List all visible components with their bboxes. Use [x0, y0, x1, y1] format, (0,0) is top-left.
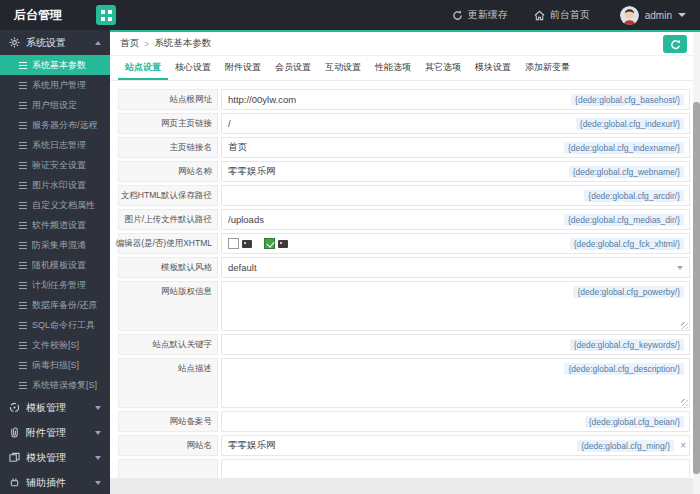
sidebar-item-random-template[interactable]: 随机模板设置	[0, 255, 110, 275]
field-label: 编辑器(是/否)使用XHTML	[118, 233, 218, 254]
user-menu[interactable]: admin	[620, 6, 686, 25]
sidebar-item-label: SQL命令行工具	[32, 319, 95, 332]
form-row-description: 站点描述 {dede:global.cfg_description/}	[118, 358, 690, 408]
resize-handle[interactable]	[681, 322, 688, 329]
selected-style-value: default	[228, 262, 257, 273]
sidebar-group-attachment-mgmt[interactable]: 附件管理	[0, 420, 110, 445]
sidebar-group-system-settings[interactable]: 系统设置	[0, 30, 110, 55]
tab-performance-options[interactable]: 性能选项	[368, 56, 418, 80]
sidebar-item-anti-collection[interactable]: 防采集串混淆	[0, 235, 110, 255]
reload-icon	[670, 39, 681, 50]
sidebar-item-label: 系统错误修复[S]	[32, 379, 97, 392]
field-label: 站点根网址	[118, 89, 218, 110]
remove-variable-icon[interactable]: ×	[680, 441, 686, 451]
field-label: 图片/上传文件默认路径	[118, 209, 218, 230]
tab-attachment-settings[interactable]: 附件设置	[218, 56, 268, 80]
vertical-scrollbar[interactable]	[693, 32, 700, 494]
list-icon	[19, 65, 27, 66]
field-label: 网站备案号	[118, 411, 218, 432]
sidebar-item-software-channel[interactable]: 软件频道设置	[0, 215, 110, 235]
list-icon	[19, 105, 27, 106]
sidebar-item-custom-doc-attrs[interactable]: 自定义文档属性	[0, 195, 110, 215]
sidebar-group-label: 模板管理	[26, 401, 66, 415]
scrollbar-thumb[interactable]	[693, 102, 700, 474]
sidebar-group-module-mgmt[interactable]: 模块管理	[0, 445, 110, 470]
sidebar-group-label: 系统设置	[26, 36, 66, 50]
sidebar-item-file-verify[interactable]: 文件校验[S]	[0, 335, 110, 355]
sidebar-item-label: 用户组设定	[32, 99, 77, 112]
sidebar-item-label: 系统基本参数	[32, 59, 86, 72]
bottom-strip	[110, 478, 700, 494]
sidebar-item-label: 系统用户管理	[32, 79, 86, 92]
tab-label: 站点设置	[125, 61, 161, 74]
sidebar-item-error-repair[interactable]: 系统错误修复[S]	[0, 375, 110, 395]
sidebar-item-system-user-mgmt[interactable]: 系统用户管理	[0, 75, 110, 95]
tab-member-settings[interactable]: 会员设置	[268, 56, 318, 80]
list-icon	[19, 365, 27, 366]
field-box: {dede:global.cfg_indexurl/}	[221, 113, 690, 134]
breadcrumb: 首页 > 系统基本参数	[110, 32, 700, 56]
template-tag-hint: {dede:global.cfg_beian/}	[585, 416, 684, 428]
list-icon	[19, 165, 27, 166]
template-tag-hint: {dede:global.cfg_keywords/}	[570, 339, 684, 351]
field-box: {dede:global.cfg_medias_dir/}	[221, 209, 690, 230]
sidebar-item-label: 系统日志管理	[32, 139, 86, 152]
sidebar-group-plugins[interactable]: 辅助插件	[0, 470, 110, 494]
list-icon	[19, 325, 27, 326]
sidebar-item-watermark[interactable]: 图片水印设置	[0, 175, 110, 195]
partial-input[interactable]	[228, 460, 683, 479]
field-box: {dede:global.cfg_fck_xhtml/}	[221, 233, 690, 254]
xhtml-no-radio[interactable]	[228, 238, 239, 249]
template-style-select[interactable]: default	[221, 257, 690, 278]
palette-icon	[9, 402, 20, 413]
list-icon	[19, 205, 27, 206]
chevron-down-icon	[677, 266, 683, 270]
tab-other-options[interactable]: 其它选项	[418, 56, 468, 80]
broken-image-icon	[242, 240, 252, 248]
refresh-page-button[interactable]	[663, 35, 687, 53]
form-row-webname: 网站名称 {dede:global.cfg_webname/}	[118, 161, 690, 182]
xhtml-yes-radio[interactable]	[264, 238, 275, 249]
tab-site-settings[interactable]: 站点设置	[118, 56, 168, 80]
field-box: {dede:global.cfg_webname/}	[221, 161, 690, 182]
list-icon	[19, 265, 27, 266]
form-row-basehost: 站点根网址 {dede:global.cfg_basehost/}	[118, 89, 690, 110]
sidebar-group-template-mgmt[interactable]: 模板管理	[0, 395, 110, 420]
template-tag-hint: {dede:global.cfg_webname/}	[569, 166, 684, 178]
list-icon	[19, 225, 27, 226]
template-tag-hint: {dede:global.cfg_description/}	[564, 363, 684, 375]
breadcrumb-home[interactable]: 首页	[120, 37, 139, 50]
sidebar-item-sql-cli[interactable]: SQL命令行工具	[0, 315, 110, 335]
tab-label: 核心设置	[175, 61, 211, 74]
list-icon	[19, 305, 27, 306]
list-icon	[19, 185, 27, 186]
header-actions: 更新缓存 前台首页 admin	[426, 6, 700, 25]
home-icon	[534, 10, 545, 21]
sidebar-item-captcha-security[interactable]: 验证安全设置	[0, 155, 110, 175]
form-row-arcdir: 文档HTML默认保存路径 {dede:global.cfg_arcdir/}	[118, 185, 690, 206]
tab-label: 添加新变量	[525, 61, 570, 74]
tab-core-settings[interactable]: 核心设置	[168, 56, 218, 80]
sidebar-item-server-remote[interactable]: 服务器分布/远程	[0, 115, 110, 135]
tab-module-settings[interactable]: 模块设置	[468, 56, 518, 80]
sidebar-item-virus-scan[interactable]: 病毒扫描[S]	[0, 355, 110, 375]
field-box: {dede:global.cfg_keywords/}	[221, 334, 690, 355]
sidebar-item-db-backup[interactable]: 数据库备份/还原	[0, 295, 110, 315]
template-tag-hint: {dede:global.cfg_arcdir/}	[584, 190, 684, 202]
logo-button[interactable]	[96, 5, 116, 25]
update-cache-button[interactable]: 更新缓存	[452, 8, 508, 22]
sidebar-item-system-logs[interactable]: 系统日志管理	[0, 135, 110, 155]
resize-handle[interactable]	[681, 399, 688, 406]
tab-interaction-settings[interactable]: 互动设置	[318, 56, 368, 80]
chevron-down-icon	[95, 481, 101, 485]
front-home-button[interactable]: 前台首页	[534, 8, 590, 22]
sidebar-item-user-group[interactable]: 用户组设定	[0, 95, 110, 115]
tab-add-variable[interactable]: 添加新变量	[518, 56, 577, 80]
chevron-down-icon	[678, 13, 686, 17]
sidebar-item-scheduled-tasks[interactable]: 计划任务管理	[0, 275, 110, 295]
sidebar-item-label: 服务器分布/远程	[32, 119, 98, 132]
breadcrumb-separator: >	[144, 39, 149, 49]
form-row-partial	[118, 459, 690, 480]
sidebar-item-system-basic-params[interactable]: 系统基本参数	[0, 55, 110, 75]
list-icon	[19, 285, 27, 286]
